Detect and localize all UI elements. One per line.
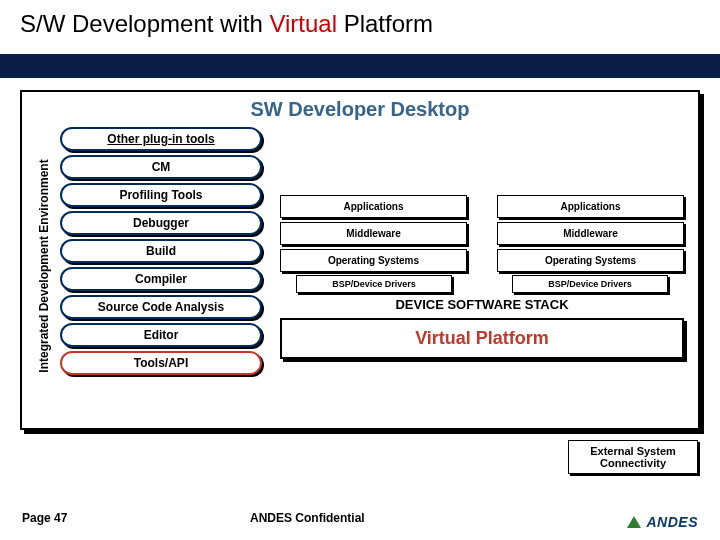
stack-cell: Applications <box>280 195 467 218</box>
external-connectivity-box: External System Connectivity <box>568 440 698 474</box>
tool-other-plugins: Other plug-in tools <box>60 127 262 151</box>
andes-logo: ANDES <box>627 514 698 530</box>
stack-cell: Middleware <box>280 222 467 245</box>
stack-column: Applications Applications Middleware Mid… <box>268 125 690 407</box>
stack-row-middleware: Middleware Middleware <box>280 222 684 245</box>
stack-cell: Middleware <box>497 222 684 245</box>
tool-compiler: Compiler <box>60 267 262 291</box>
tool-editor: Editor <box>60 323 262 347</box>
title-prefix: S/W Development with <box>20 10 269 37</box>
tool-column: Other plug-in tools CM Profiling Tools D… <box>58 125 268 407</box>
title-highlight: Virtual <box>269 10 337 37</box>
virtual-platform-box: Virtual Platform <box>280 318 684 359</box>
desktop-frame: SW Developer Desktop Integrated Developm… <box>20 90 700 430</box>
tool-debugger: Debugger <box>60 211 262 235</box>
stack-cell: Applications <box>497 195 684 218</box>
tool-source-analysis: Source Code Analysis <box>60 295 262 319</box>
confidential-label: ANDES Confidential <box>250 511 365 525</box>
stack-row-os: Operating Systems Operating Systems <box>280 249 684 272</box>
stack-row-bsp: BSP/Device Drivers BSP/Device Drivers <box>280 275 684 293</box>
stack-cell: Operating Systems <box>280 249 467 272</box>
bsp-cell: BSP/Device Drivers <box>296 275 452 293</box>
body-row: Integrated Development Environment Other… <box>22 125 698 415</box>
tool-cm: CM <box>60 155 262 179</box>
footer: Page 47 ANDES Confidential ANDES <box>0 504 720 530</box>
bsp-cell: BSP/Device Drivers <box>512 275 668 293</box>
tool-profiling: Profiling Tools <box>60 183 262 207</box>
title-suffix: Platform <box>337 10 433 37</box>
ide-label-column: Integrated Development Environment <box>30 125 58 407</box>
software-stack: Applications Applications Middleware Mid… <box>280 195 684 293</box>
title-strip <box>0 54 720 78</box>
tool-api: Tools/API <box>60 351 262 375</box>
ide-label: Integrated Development Environment <box>37 159 51 372</box>
desktop-title: SW Developer Desktop <box>22 92 698 125</box>
logo-text: ANDES <box>646 514 698 530</box>
page-number: Page 47 <box>0 511 180 525</box>
stack-row-applications: Applications Applications <box>280 195 684 218</box>
stack-frame-label: DEVICE SOFTWARE STACK <box>280 293 684 318</box>
logo-triangle-icon <box>627 516 641 528</box>
slide-title: S/W Development with Virtual Platform <box>0 0 720 54</box>
tool-build: Build <box>60 239 262 263</box>
stack-cell: Operating Systems <box>497 249 684 272</box>
